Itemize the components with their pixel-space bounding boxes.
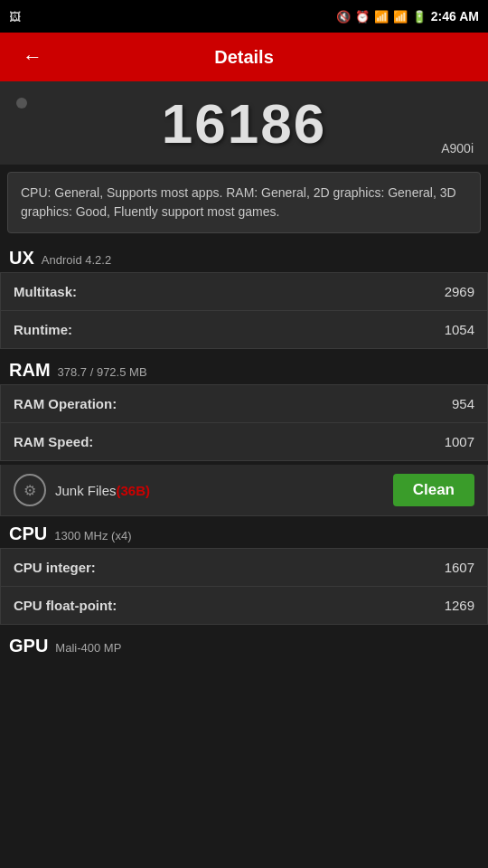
status-time: 2:46 AM (431, 9, 479, 24)
cpu-int-value: 1607 (445, 560, 474, 575)
ram-title: RAM (9, 360, 51, 381)
photo-icon: 🖼 (9, 10, 21, 24)
status-bar: 🖼 🔇 ⏰ 📶 📶 🔋 2:46 AM (0, 0, 488, 33)
battery-icon: 🔋 (412, 10, 427, 24)
content-area: 16186 A900i CPU: General, Supports most … (0, 81, 488, 868)
header-title: Details (214, 47, 274, 68)
ram-op-value: 954 (452, 396, 474, 411)
description-box: CPU: General, Supports most apps. RAM: G… (7, 172, 481, 233)
ux-section-header: UX Android 4.2.2 (0, 241, 488, 272)
signal-icon-1: 📶 (374, 10, 389, 24)
back-button[interactable]: ← (14, 39, 51, 75)
cpu-fp-label: CPU float-point: (14, 598, 117, 613)
gpu-section-header: GPU Mali-400 MP (0, 628, 488, 660)
status-left: 🖼 (9, 10, 21, 24)
junk-icon: ⚙ (14, 474, 46, 506)
signal-icon-2: 📶 (393, 10, 408, 24)
ux-subtitle: Android 4.2.2 (42, 253, 111, 267)
app-header: ← Details (0, 33, 488, 81)
cpu-subtitle: 1300 MHz (x4) (54, 529, 131, 542)
table-row: RAM Speed: 1007 (1, 423, 487, 460)
gpu-title: GPU (9, 636, 48, 656)
ram-table: RAM Operation: 954 RAM Speed: 1007 (0, 384, 488, 461)
table-row: CPU float-point: 1269 (1, 587, 487, 624)
ux-title: UX (9, 248, 34, 269)
cpu-fp-value: 1269 (445, 598, 474, 613)
ram-section-header: RAM 378.7 / 972.5 MB (0, 353, 488, 384)
cpu-table: CPU integer: 1607 CPU float-point: 1269 (0, 548, 488, 625)
multitask-value: 2969 (445, 284, 474, 299)
score-section: 16186 A900i (0, 81, 488, 165)
table-row: Multitask: 2969 (1, 273, 487, 311)
score-number: 16186 (18, 96, 470, 152)
table-row: CPU integer: 1607 (1, 549, 487, 587)
ram-speed-value: 1007 (445, 434, 474, 449)
score-dot (16, 98, 27, 108)
junk-left: ⚙ Junk Files(36B) (14, 474, 150, 506)
junk-files-row: ⚙ Junk Files(36B) Clean (0, 465, 488, 516)
mute-icon: 🔇 (336, 10, 351, 24)
junk-size: (36B) (117, 483, 151, 498)
table-row: RAM Operation: 954 (1, 385, 487, 423)
ram-speed-label: RAM Speed: (14, 434, 93, 449)
ram-subtitle: 378.7 / 972.5 MB (58, 365, 147, 379)
multitask-label: Multitask: (14, 284, 77, 299)
runtime-label: Runtime: (14, 322, 72, 337)
cpu-section-header: CPU 1300 MHz (x4) (0, 516, 488, 548)
ram-op-label: RAM Operation: (14, 396, 117, 411)
cpu-title: CPU (9, 524, 47, 544)
runtime-value: 1054 (445, 322, 474, 337)
device-label: A900i (441, 141, 474, 156)
status-right: 🔇 ⏰ 📶 📶 🔋 2:46 AM (336, 9, 479, 24)
cpu-int-label: CPU integer: (14, 560, 96, 575)
table-row: Runtime: 1054 (1, 311, 487, 348)
junk-text: Junk Files(36B) (55, 483, 150, 498)
clean-button[interactable]: Clean (393, 474, 474, 506)
alarm-icon: ⏰ (355, 10, 370, 24)
gpu-subtitle: Mali-400 MP (55, 641, 121, 655)
ux-table: Multitask: 2969 Runtime: 1054 (0, 272, 488, 349)
